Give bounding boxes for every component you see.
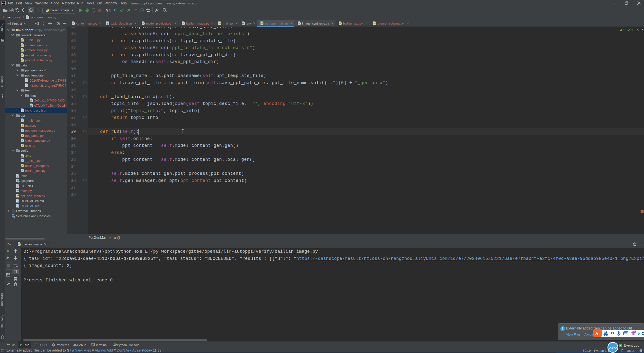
svg-text:{·}: {·} — [21, 110, 24, 112]
svg-text:2: 2 — [620, 344, 621, 347]
svg-text:{·}: {·} — [107, 22, 110, 25]
svg-text:MD: MD — [16, 201, 18, 202]
svg-text:?: ? — [26, 79, 28, 82]
svg-text:MD: MD — [16, 206, 18, 208]
svg-text:?: ? — [26, 84, 28, 87]
